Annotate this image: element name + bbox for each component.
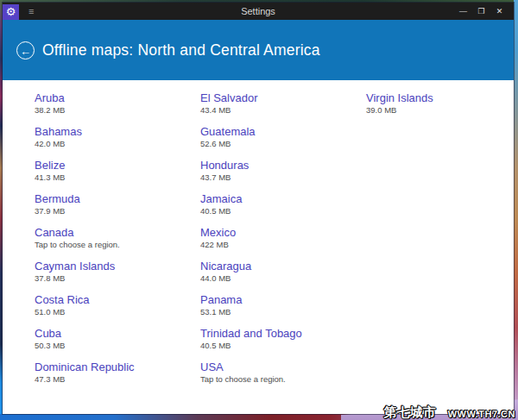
window-title: Settings (241, 3, 275, 20)
map-region-item[interactable]: Honduras43.7 MB (200, 158, 366, 183)
map-region-item[interactable]: CanadaTap to choose a region. (35, 225, 200, 250)
region-name[interactable]: Mexico (200, 225, 366, 240)
region-name[interactable]: Honduras (200, 158, 366, 172)
region-name[interactable]: Nicaragua (200, 259, 366, 273)
region-size: 52.6 MB (200, 139, 366, 149)
watermark: 第七城市 WWW.TH7.CN (384, 405, 515, 420)
maximize-button[interactable]: ❐ (472, 3, 490, 20)
region-name[interactable]: Bermuda (35, 191, 200, 206)
map-region-item[interactable]: Bahamas42.0 MB (35, 124, 200, 149)
region-column: Virgin Islands39.0 MB (366, 91, 433, 414)
region-name[interactable]: Canada (35, 225, 200, 240)
region-name[interactable]: Costa Rica (35, 292, 200, 307)
region-name[interactable]: Virgin Islands (366, 91, 433, 105)
page-header: ← Offline maps: North and Central Americ… (3, 20, 514, 80)
region-size: 44.0 MB (200, 273, 366, 284)
region-name[interactable]: Cuba (35, 326, 200, 341)
titlebar: ⚙ ≡ Settings — ❐ ✕ (3, 3, 514, 20)
region-name[interactable]: Cayman Islands (35, 259, 200, 273)
region-name[interactable]: Aruba (35, 91, 200, 105)
settings-gear-icon: ⚙ (3, 4, 19, 20)
region-size: 422 MB (200, 240, 366, 250)
region-size: Tap to choose a region. (35, 240, 200, 250)
region-name[interactable]: El Salvador (200, 91, 366, 105)
region-name[interactable]: Trinidad and Tobago (200, 326, 366, 341)
region-size: 41.3 MB (35, 172, 200, 183)
map-region-item[interactable]: Nicaragua44.0 MB (200, 259, 366, 284)
region-size: 53.1 MB (200, 307, 366, 317)
map-region-item[interactable]: Belize41.3 MB (35, 158, 200, 183)
map-region-item[interactable]: USATap to choose a region. (200, 360, 366, 385)
desktop-wallpaper-right (514, 0, 518, 420)
map-region-item[interactable]: Panama53.1 MB (200, 292, 366, 317)
region-name[interactable]: Dominican Republic (35, 360, 200, 374)
settings-window: ⚙ ≡ Settings — ❐ ✕ ← Offline maps: North… (3, 3, 514, 414)
region-size: 37.8 MB (35, 273, 200, 284)
region-size: 40.5 MB (200, 341, 366, 351)
region-name[interactable]: Belize (35, 158, 200, 172)
region-size: 39.0 MB (366, 105, 433, 116)
map-region-item[interactable]: Aruba38.2 MB (35, 91, 200, 116)
watermark-site-name: 第七城市 (384, 405, 436, 419)
close-button[interactable]: ✕ (490, 3, 509, 20)
region-size: 43.7 MB (200, 172, 366, 183)
map-region-item[interactable]: Mexico422 MB (200, 225, 366, 250)
region-size: 40.5 MB (200, 206, 366, 216)
minimize-button[interactable]: — (454, 3, 472, 20)
region-name[interactable]: Panama (200, 292, 366, 307)
map-region-item[interactable]: Costa Rica51.0 MB (35, 292, 200, 317)
region-list: Aruba38.2 MBBahamas42.0 MBBelize41.3 MBB… (3, 80, 514, 414)
page-title: Offline maps: North and Central America (42, 41, 320, 60)
watermark-site-url: WWW.TH7.CN (448, 409, 515, 419)
region-size: 50.3 MB (35, 341, 200, 351)
window-controls: — ❐ ✕ (454, 3, 509, 20)
region-size: Tap to choose a region. (200, 374, 366, 385)
region-size: 47.3 MB (35, 374, 200, 385)
region-column: Aruba38.2 MBBahamas42.0 MBBelize41.3 MBB… (35, 91, 200, 414)
back-button[interactable]: ← (16, 41, 35, 60)
map-region-item[interactable]: Virgin Islands39.0 MB (366, 91, 433, 116)
map-region-item[interactable]: Guatemala52.6 MB (200, 124, 366, 149)
region-size: 37.9 MB (35, 206, 200, 216)
map-region-item[interactable]: Dominican Republic47.3 MB (35, 360, 200, 385)
map-region-item[interactable]: Cuba50.3 MB (35, 326, 200, 351)
region-name[interactable]: Bahamas (35, 124, 200, 139)
region-size: 42.0 MB (35, 139, 200, 149)
region-name[interactable]: Jamaica (200, 191, 366, 206)
menu-icon[interactable]: ≡ (28, 3, 34, 20)
map-region-item[interactable]: Bermuda37.9 MB (35, 191, 200, 216)
region-column: El Salvador43.4 MBGuatemala52.6 MBHondur… (200, 91, 366, 414)
region-size: 38.2 MB (35, 105, 200, 116)
region-name[interactable]: USA (200, 360, 366, 374)
map-region-item[interactable]: Cayman Islands37.8 MB (35, 259, 200, 284)
map-region-item[interactable]: El Salvador43.4 MB (200, 91, 366, 116)
region-name[interactable]: Guatemala (200, 124, 366, 139)
region-size: 51.0 MB (35, 307, 200, 317)
map-region-item[interactable]: Jamaica40.5 MB (200, 191, 366, 216)
region-size: 43.4 MB (200, 105, 366, 116)
map-region-item[interactable]: Trinidad and Tobago40.5 MB (200, 326, 366, 351)
